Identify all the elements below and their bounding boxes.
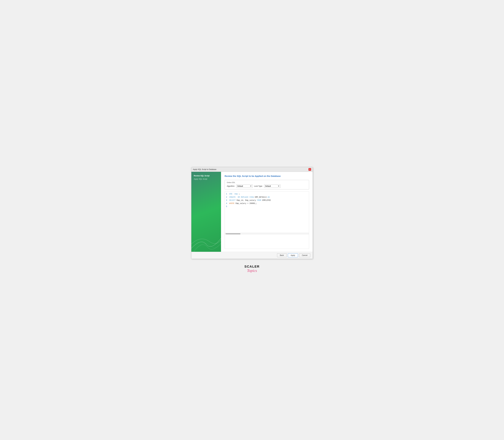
dialog: Apply SQL Script to Database × Review SQ… <box>191 167 313 259</box>
sql-line-3: 3 SELECT Emp_id, Emp_salary FROM EMPLOYE… <box>225 199 309 202</box>
online-ddl-section: Online DDL Algorithm: Default INPLACE CO… <box>225 180 309 189</box>
horizontal-scrollbar[interactable] <box>225 233 309 234</box>
sql-line-2: 2 CREATE OR REPLACE VIEW EMP_DETAILS AS <box>225 196 309 199</box>
sql-line-1: 1 USE `emp`; <box>225 192 309 196</box>
dialog-body: Review SQL Script Apply SQL Script Revie… <box>191 172 313 252</box>
sql-editor[interactable]: 1 USE `emp`; 2 CREATE OR REPLACE VIEW EM… <box>225 192 309 249</box>
apply-button[interactable]: Apply <box>288 253 298 257</box>
back-button[interactable]: Back <box>277 253 287 257</box>
brand-scaler: SCALER <box>245 265 259 268</box>
lock-type-label: Lock Type: <box>254 185 263 187</box>
algorithm-select[interactable]: Default INPLACE COPY <box>236 185 253 188</box>
cancel-button[interactable]: Cancel <box>299 253 310 257</box>
lock-type-select[interactable]: Default NONE SHARED EXCLUSIVE <box>264 185 280 188</box>
dialog-footer: Back Apply Cancel <box>191 252 313 259</box>
branding: SCALER Topics <box>245 265 259 273</box>
algorithm-label: Algorithm: <box>227 185 235 187</box>
close-button[interactable]: × <box>308 168 311 171</box>
sidebar-item-review-sql[interactable]: Review SQL Script <box>194 175 219 177</box>
sidebar-item-apply-sql[interactable]: Apply SQL Script <box>194 178 219 180</box>
content-area: Review the SQL Script to be Applied on t… <box>221 172 313 252</box>
content-heading: Review the SQL Script to be Applied on t… <box>225 175 309 177</box>
sql-line-4: 4 WHERE Emp_salary > 20000;; <box>225 202 309 205</box>
dialog-titlebar: Apply SQL Script to Database × <box>191 167 313 172</box>
sql-lines: 1 USE `emp`; 2 CREATE OR REPLACE VIEW EM… <box>225 192 309 209</box>
sidebar: Review SQL Script Apply SQL Script <box>191 172 221 252</box>
sql-line-5: 5 <box>225 205 309 208</box>
online-ddl-label: Online DDL <box>227 181 307 183</box>
brand-topics: Topics <box>245 269 259 273</box>
ddl-options-row: Algorithm: Default INPLACE COPY Lock Typ… <box>227 185 307 188</box>
scrollbar-thumb[interactable] <box>226 234 240 234</box>
dialog-title: Apply SQL Script to Database <box>193 168 216 170</box>
